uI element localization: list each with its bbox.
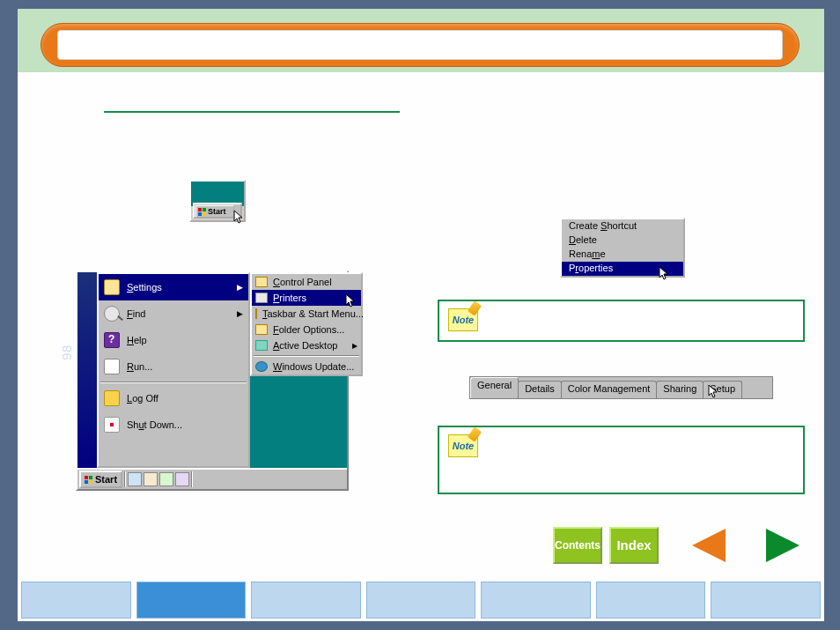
shutdown-icon xyxy=(104,417,120,433)
note-box-1: Note xyxy=(438,300,805,342)
menu-item-shutdown[interactable]: Shut Down... xyxy=(99,411,248,438)
properties-tabstrip: General Details Color Management Sharing… xyxy=(469,376,773,399)
bottom-tab-2[interactable] xyxy=(136,582,247,619)
title-pill xyxy=(41,23,799,67)
note-box-2: Note xyxy=(438,426,805,494)
context-menu: Create Shortcut Delete Rename Properties xyxy=(560,218,685,278)
menu-label: Settings xyxy=(127,282,162,293)
taskbar: Start xyxy=(77,468,347,489)
quicklaunch-desktop-icon[interactable] xyxy=(159,472,173,486)
tab-sharing[interactable]: Sharing xyxy=(656,381,704,398)
ctx-create-shortcut[interactable]: Create Shortcut xyxy=(562,219,683,233)
submenu-item-windows-update[interactable]: Windows Update... xyxy=(252,359,361,374)
taskbar-icon xyxy=(255,308,257,319)
taskbar-separator xyxy=(191,471,193,487)
banner-light: 98 xyxy=(59,345,74,360)
printers-icon xyxy=(255,293,268,303)
bottom-tab-strip xyxy=(21,582,821,619)
note-badge: Note xyxy=(448,434,478,457)
menu-item-settings[interactable]: Settings ▶ xyxy=(99,274,248,300)
submenu-item-active-desktop[interactable]: Active Desktop ▶ xyxy=(252,337,361,353)
submenu-item-control-panel[interactable]: Control Panel xyxy=(252,274,361,290)
cursor-icon xyxy=(708,384,718,400)
find-icon xyxy=(104,306,120,322)
taskbar-separator xyxy=(124,471,126,487)
title-pill-inner xyxy=(57,30,783,60)
submenu-arrow-icon: ▶ xyxy=(237,283,243,292)
prev-button[interactable] xyxy=(689,527,727,564)
taskbar-start-button[interactable]: Start xyxy=(79,471,122,488)
start-label: Start xyxy=(95,472,117,486)
folder-options-icon xyxy=(255,324,268,335)
menu-separator xyxy=(100,382,247,383)
bottom-tab-3[interactable] xyxy=(251,582,361,619)
banner-bold: Windows xyxy=(59,360,74,421)
bottom-tab-6[interactable] xyxy=(596,582,706,619)
submenu-item-folder-options[interactable]: Folder Options... xyxy=(252,322,361,337)
windows-flag-icon xyxy=(85,476,92,484)
logoff-icon xyxy=(104,390,120,406)
start-button-label: Start xyxy=(208,206,226,217)
start-menu-screenshot: Windows98 Settings ▶ Find ▶ Help Run... … xyxy=(76,271,349,491)
help-icon xyxy=(104,332,120,348)
menu-label: Log Off xyxy=(127,393,158,404)
menu-item-help[interactable]: Help xyxy=(99,327,248,353)
control-panel-icon xyxy=(255,277,268,287)
run-icon xyxy=(104,359,120,374)
index-button[interactable]: Index xyxy=(609,527,659,564)
cursor-icon xyxy=(345,293,356,309)
ctx-delete[interactable]: Delete xyxy=(562,233,683,248)
ctx-rename[interactable]: Rename xyxy=(562,248,683,262)
menu-item-logoff[interactable]: Log Off xyxy=(99,385,248,411)
submenu-label: Taskbar & Start Menu... xyxy=(262,308,364,319)
menu-label: Help xyxy=(127,335,147,345)
submenu-label: Windows Update... xyxy=(273,361,354,372)
tab-color-management[interactable]: Color Management xyxy=(561,381,658,398)
svg-marker-0 xyxy=(692,529,726,562)
quicklaunch-channels-icon[interactable] xyxy=(175,472,189,486)
menu-label: Run... xyxy=(127,361,152,372)
banner-text: Windows98 xyxy=(59,345,74,421)
start-menu-banner: Windows98 xyxy=(77,272,97,468)
tab-details[interactable]: Details xyxy=(518,381,562,398)
windows-flag-icon xyxy=(198,208,206,216)
bottom-tab-4[interactable] xyxy=(366,582,476,619)
start-button-preview: Start xyxy=(189,180,246,222)
bottom-tab-5[interactable] xyxy=(481,582,591,619)
section-divider xyxy=(104,111,400,113)
submenu-label: Active Desktop xyxy=(273,340,337,351)
bottom-tab-7[interactable] xyxy=(711,582,821,619)
submenu-arrow-icon: ▶ xyxy=(352,342,357,350)
submenu-separator xyxy=(254,355,359,357)
submenu-label: Printers xyxy=(273,293,306,303)
note-badge: Note xyxy=(448,308,478,331)
settings-icon xyxy=(104,279,120,295)
quicklaunch-ie-icon[interactable] xyxy=(128,472,142,486)
active-desktop-icon xyxy=(255,340,268,351)
menu-item-find[interactable]: Find ▶ xyxy=(99,300,248,327)
contents-button[interactable]: Contents xyxy=(553,527,602,564)
cursor-icon xyxy=(659,266,669,282)
svg-marker-1 xyxy=(766,529,799,562)
settings-submenu: Control Panel Printers Taskbar & Start M… xyxy=(250,272,363,376)
start-menu-column: Settings ▶ Find ▶ Help Run... Log Off Sh… xyxy=(97,272,250,468)
windows-update-icon xyxy=(255,361,268,372)
submenu-label: Folder Options... xyxy=(273,324,344,335)
quicklaunch-outlook-icon[interactable] xyxy=(144,472,158,486)
submenu-arrow-icon: ▶ xyxy=(237,309,243,318)
menu-item-run[interactable]: Run... xyxy=(99,353,248,380)
menu-label: Shut Down... xyxy=(127,419,182,430)
bottom-tab-1[interactable] xyxy=(21,582,131,619)
next-button[interactable] xyxy=(764,527,803,564)
tab-general[interactable]: General xyxy=(470,377,519,398)
cursor-icon xyxy=(233,210,244,226)
start-button[interactable]: Start xyxy=(195,205,234,218)
menu-label: Find xyxy=(127,308,145,319)
submenu-label: Control Panel xyxy=(273,277,332,287)
